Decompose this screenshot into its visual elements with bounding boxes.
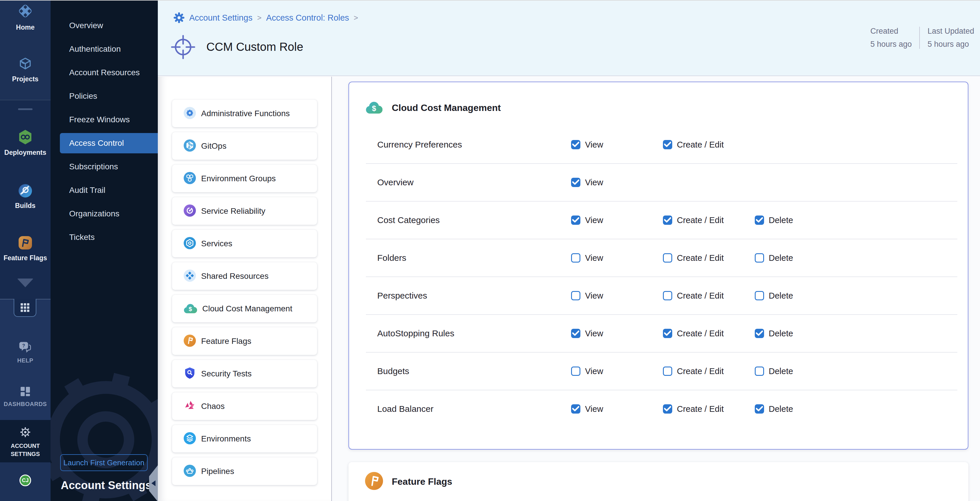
- nav-projects-label: Projects: [12, 75, 39, 83]
- settings-menu-item-audit-trail[interactable]: Audit Trail: [60, 180, 158, 200]
- create-edit-checkbox[interactable]: [663, 140, 672, 149]
- permission-row-folders: Folders View Create / Edit Delete: [349, 239, 968, 276]
- page-title: CCM Custom Role: [206, 40, 303, 54]
- shared-resources-icon: [184, 270, 196, 283]
- resource-card-chaos[interactable]: Chaos: [172, 392, 317, 420]
- settings-menu-item-overview[interactable]: Overview: [60, 15, 158, 36]
- nav-projects[interactable]: Projects: [0, 56, 51, 83]
- chevron-down-icon[interactable]: [17, 279, 33, 287]
- resource-card-shared-resources[interactable]: Shared Resources: [172, 262, 317, 290]
- delete-checkbox[interactable]: [755, 404, 764, 414]
- sidebar-collapse-handle[interactable]: [149, 465, 158, 501]
- modules-divider-dash: [18, 108, 33, 110]
- resource-card-cloud-cost-management[interactable]: $ Cloud Cost Management: [172, 295, 317, 322]
- delete-checkbox[interactable]: [755, 366, 764, 376]
- resource-card-pipelines[interactable]: Pipelines: [172, 457, 317, 485]
- services-icon: [184, 237, 196, 251]
- create-edit-checkbox[interactable]: [663, 253, 672, 263]
- permission-col-view: View: [571, 329, 663, 338]
- view-checkbox[interactable]: [571, 291, 581, 300]
- create-edit-checkbox[interactable]: [663, 216, 672, 225]
- service-reliability-icon: [184, 205, 196, 218]
- settings-menu-item-policies[interactable]: Policies: [60, 86, 158, 106]
- nav-deployments[interactable]: Deployments: [0, 129, 51, 157]
- nav-account-settings-label: ACCOUNTSETTINGS: [11, 442, 40, 458]
- permission-row-label: Cost Categories: [377, 215, 571, 225]
- chat-question-icon: ?: [19, 341, 32, 355]
- delete-checkbox[interactable]: [755, 329, 764, 338]
- nav-account-settings[interactable]: ACCOUNTSETTINGS: [0, 420, 51, 462]
- create-edit-checkbox[interactable]: [663, 404, 672, 414]
- role-meta: Created 5 hours ago Last Updated 5 hours…: [870, 27, 974, 49]
- resource-card-security-tests[interactable]: Security Tests: [172, 360, 317, 387]
- resource-card-feature-flags[interactable]: Feature Flags: [172, 327, 317, 355]
- delete-checkbox[interactable]: [755, 253, 764, 263]
- nav-builds[interactable]: Builds: [0, 184, 51, 210]
- resource-card-gitops[interactable]: GitOps: [172, 132, 317, 160]
- view-checkbox[interactable]: [571, 253, 581, 263]
- nav-home[interactable]: Home: [0, 2, 51, 32]
- settings-menu-item-freeze-windows[interactable]: Freeze Windows: [60, 109, 158, 130]
- avatar[interactable]: CJ: [19, 474, 31, 486]
- rail-top-section: Home Projects: [0, 1, 51, 100]
- permission-row-label: Load Balancer: [377, 404, 571, 414]
- permission-row-label: Folders: [377, 253, 571, 263]
- breadcrumb: Account Settings > Access Control: Roles…: [173, 12, 358, 23]
- permission-row-label: Currency Preferences: [377, 140, 571, 149]
- settings-menu-item-organizations[interactable]: Organizations: [60, 204, 158, 224]
- resource-card-service-reliability[interactable]: Service Reliability: [172, 197, 317, 225]
- permission-row-label: Perspectives: [377, 291, 571, 301]
- environments-icon: [184, 432, 196, 446]
- ccm-cloud-icon: $: [366, 100, 382, 115]
- delete-checkbox[interactable]: [755, 291, 764, 300]
- left-rail: Home Projects: [0, 1, 51, 501]
- nav-feature-flags[interactable]: Feature Flags: [0, 235, 51, 262]
- settings-menu-item-subscriptions[interactable]: Subscriptions: [60, 157, 158, 177]
- created-value: 5 hours ago: [870, 40, 912, 49]
- nav-builds-label: Builds: [15, 202, 35, 210]
- view-checkbox[interactable]: [571, 329, 581, 338]
- nav-dashboards-label: DASHBOARDS: [4, 401, 47, 407]
- create-edit-checkbox[interactable]: [663, 329, 672, 338]
- settings-menu-item-access-control[interactable]: Access Control: [60, 133, 158, 153]
- permission-col-create-edit: Create / Edit: [663, 404, 755, 414]
- main-content: Account Settings > Access Control: Roles…: [158, 1, 980, 501]
- module-grid-button[interactable]: [14, 299, 36, 317]
- create-edit-checkbox[interactable]: [663, 291, 672, 300]
- dashboards-grid-icon: [20, 386, 31, 398]
- gitops-icon: [184, 140, 196, 153]
- permission-col-create-edit: Create / Edit: [663, 253, 755, 263]
- permission-col-view: View: [571, 404, 663, 414]
- gear-watermark-icon: [51, 347, 158, 501]
- role-crosshair-icon: [171, 34, 195, 61]
- settings-menu-item-tickets[interactable]: Tickets: [60, 227, 158, 247]
- permission-col-delete: Delete: [755, 404, 846, 414]
- breadcrumb-separator: >: [257, 13, 262, 22]
- view-checkbox[interactable]: [571, 178, 581, 187]
- settings-menu-item-account-resources[interactable]: Account Resources: [60, 62, 158, 83]
- view-checkbox[interactable]: [571, 404, 581, 414]
- nav-help[interactable]: ? HELP: [0, 341, 51, 364]
- permissions-card-title: Cloud Cost Management: [392, 103, 501, 113]
- resource-card-environments[interactable]: Environments: [172, 425, 317, 452]
- breadcrumb-roles[interactable]: Access Control: Roles: [266, 13, 349, 23]
- resource-card-services[interactable]: Services: [172, 230, 317, 257]
- breadcrumb-account-settings[interactable]: Account Settings: [189, 13, 253, 23]
- permission-row-autostopping-rules: AutoStopping Rules View Create / Edit De…: [349, 315, 968, 352]
- view-checkbox[interactable]: [571, 140, 581, 149]
- create-edit-checkbox[interactable]: [663, 366, 672, 376]
- permission-row-cost-categories: Cost Categories View Create / Edit Delet…: [349, 201, 968, 239]
- builds-circle-icon: [18, 184, 33, 199]
- delete-checkbox[interactable]: [755, 216, 764, 225]
- cloud-cost-management-permissions-card: $ Cloud Cost Management Currency Prefere…: [348, 82, 968, 450]
- view-checkbox[interactable]: [571, 366, 581, 376]
- last-updated-value: 5 hours ago: [928, 40, 974, 49]
- nav-deployments-label: Deployments: [4, 149, 46, 157]
- launch-first-generation-button[interactable]: Launch First Generation: [60, 454, 148, 471]
- settings-menu-item-authentication[interactable]: Authentication: [60, 39, 158, 59]
- grid-9-icon: [20, 302, 30, 313]
- resource-card-environment-groups[interactable]: Environment Groups: [172, 165, 317, 192]
- resource-card-administrative-functions[interactable]: Administrative Functions: [172, 100, 317, 127]
- view-checkbox[interactable]: [571, 216, 581, 225]
- nav-dashboards[interactable]: DASHBOARDS: [0, 386, 51, 407]
